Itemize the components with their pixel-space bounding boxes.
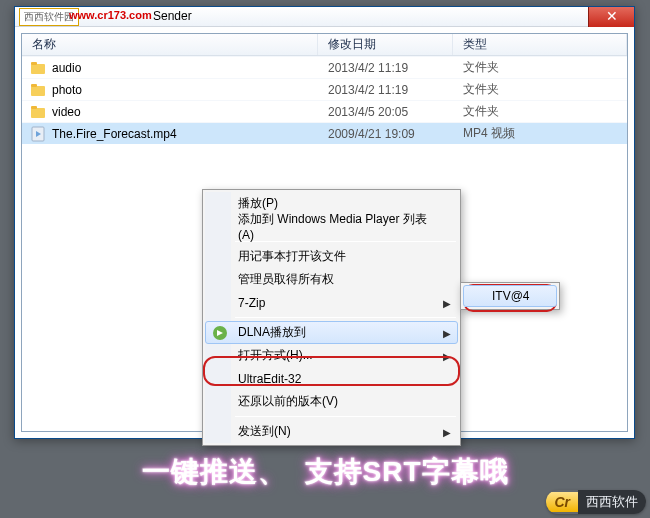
menu-separator xyxy=(235,416,456,417)
file-date: 2013/4/2 11:19 xyxy=(318,61,453,75)
svg-rect-0 xyxy=(31,64,45,74)
ctx-take-ownership[interactable]: 管理员取得所有权 xyxy=(205,268,458,291)
col-type[interactable]: 类型 xyxy=(453,34,627,55)
ctx-open-with[interactable]: 打开方式(H)...▶ xyxy=(205,344,458,367)
list-item[interactable]: The.Fire_Forecast.mp4 2009/4/21 19:09 MP… xyxy=(22,122,627,144)
file-type: 文件夹 xyxy=(453,59,627,76)
file-date: 2009/4/21 19:09 xyxy=(318,127,453,141)
file-name: video xyxy=(52,105,81,119)
ctx-send-to[interactable]: 发送到(N)▶ xyxy=(205,420,458,443)
dlna-icon xyxy=(212,325,228,341)
video-file-icon xyxy=(30,126,46,142)
context-menu[interactable]: 播放(P) 添加到 Windows Media Player 列表(A) 用记事… xyxy=(202,189,461,446)
list-item[interactable]: video 2013/4/5 20:05 文件夹 xyxy=(22,100,627,122)
svg-rect-3 xyxy=(31,84,37,87)
column-headers[interactable]: 名称 修改日期 类型 xyxy=(22,34,627,56)
svg-rect-5 xyxy=(31,106,37,109)
window-title-suffix: Sender xyxy=(153,9,192,23)
svg-rect-1 xyxy=(31,62,37,65)
col-date[interactable]: 修改日期 xyxy=(318,34,453,55)
folder-icon xyxy=(30,82,46,98)
titlebar: 西西软件园 www.cr173.com Sender ✕ xyxy=(15,7,634,27)
file-name: audio xyxy=(52,61,81,75)
explorer-client: 名称 修改日期 类型 audio 2013/4/2 11:19 文件夹 xyxy=(21,33,628,432)
ctx-open-notepad[interactable]: 用记事本打开该文件 xyxy=(205,245,458,268)
banner-right: 支持SRT字幕哦 xyxy=(305,453,509,491)
close-icon: ✕ xyxy=(606,8,618,24)
file-type: 文件夹 xyxy=(453,81,627,98)
file-type: MP4 视频 xyxy=(453,125,627,142)
app-window: 西西软件园 www.cr173.com Sender ✕ 名称 修改日期 类型 … xyxy=(14,6,635,439)
file-date: 2013/4/2 11:19 xyxy=(318,83,453,97)
ctx-ultraedit[interactable]: UltraEdit-32 xyxy=(205,367,458,390)
submenu-arrow-icon: ▶ xyxy=(443,328,451,339)
ctx-add-to-wmp[interactable]: 添加到 Windows Media Player 列表(A) xyxy=(205,215,458,238)
list-item[interactable]: audio 2013/4/2 11:19 文件夹 xyxy=(22,56,627,78)
folder-icon xyxy=(30,60,46,76)
menu-separator xyxy=(235,317,456,318)
dlna-submenu[interactable]: ITV@4 xyxy=(460,282,560,310)
submenu-arrow-icon: ▶ xyxy=(443,351,451,362)
list-item[interactable]: photo 2013/4/2 11:19 文件夹 xyxy=(22,78,627,100)
close-button[interactable]: ✕ xyxy=(588,7,634,27)
svg-rect-2 xyxy=(31,86,45,96)
site-url: www.cr173.com xyxy=(69,9,152,21)
ctx-7zip[interactable]: 7-Zip▶ xyxy=(205,291,458,314)
file-name: photo xyxy=(52,83,82,97)
submenu-arrow-icon: ▶ xyxy=(443,298,451,309)
col-name[interactable]: 名称 xyxy=(22,34,318,55)
file-type: 文件夹 xyxy=(453,103,627,120)
submenu-item-itv4[interactable]: ITV@4 xyxy=(463,285,557,307)
banner-left: 一键推送、 xyxy=(142,453,287,491)
folder-icon xyxy=(30,104,46,120)
ctx-dlna-play-to[interactable]: DLNA播放到▶ xyxy=(205,321,458,344)
watermark-badge-left: Cr xyxy=(546,492,578,512)
watermark-badge-right: 西西软件 xyxy=(578,490,646,514)
file-name: The.Fire_Forecast.mp4 xyxy=(52,127,177,141)
svg-rect-4 xyxy=(31,108,45,118)
file-date: 2013/4/5 20:05 xyxy=(318,105,453,119)
ctx-previous-versions[interactable]: 还原以前的版本(V) xyxy=(205,390,458,413)
submenu-arrow-icon: ▶ xyxy=(443,427,451,438)
site-watermark: Cr 西西软件 xyxy=(546,490,646,514)
file-list: audio 2013/4/2 11:19 文件夹 photo 2013/4/2 … xyxy=(22,56,627,144)
